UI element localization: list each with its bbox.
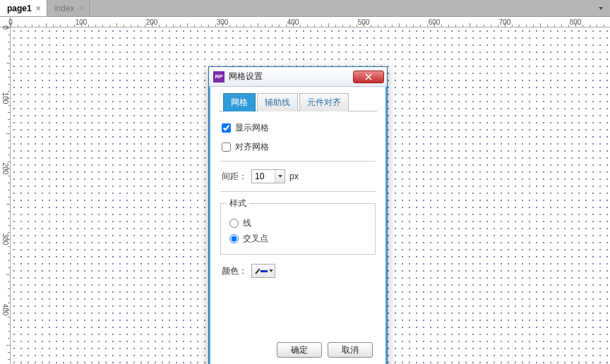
color-underline <box>261 270 268 272</box>
color-row: 颜色： <box>222 264 374 278</box>
color-label: 颜色： <box>222 265 247 277</box>
divider <box>220 161 376 162</box>
ruler-vertical[interactable]: 0100200300400 <box>0 28 11 364</box>
style-fieldset: 样式 线 交叉点 <box>220 198 376 255</box>
color-picker-button[interactable] <box>251 264 275 278</box>
file-tab-page1[interactable]: page1 × <box>0 0 47 16</box>
style-legend: 样式 <box>227 198 249 210</box>
file-tab-bar: page1 × index × <box>0 0 610 17</box>
spacing-row: 间距： px <box>222 169 374 183</box>
dialog-tabs: 网格 辅助线 元件对齐 <box>219 92 377 111</box>
dialog-titlebar[interactable]: RP 网格设置 <box>209 67 387 87</box>
style-cross-label: 交叉点 <box>243 233 268 245</box>
chevron-down-icon <box>269 269 273 272</box>
dialog-body: 网格 辅助线 元件对齐 显示网格 对齐网格 间距： px <box>209 87 387 364</box>
style-line-row: 线 <box>229 217 366 229</box>
workspace: 0100200300400500600700800 0100200300400 … <box>0 17 610 364</box>
tab-grid[interactable]: 网格 <box>223 93 256 111</box>
ok-button[interactable]: 确定 <box>277 342 322 358</box>
close-icon[interactable]: × <box>78 4 83 13</box>
grid-settings-dialog: RP 网格设置 网格 辅助线 元件对齐 显示网格 对齐网格 <box>208 66 388 364</box>
app-icon: RP <box>213 71 225 83</box>
spacing-label: 间距： <box>222 171 247 183</box>
chevron-down-icon <box>278 175 282 178</box>
file-tab-index[interactable]: index × <box>47 0 90 16</box>
style-line-label: 线 <box>243 217 251 229</box>
ruler-horizontal[interactable]: 0100200300400500600700800 <box>11 17 610 28</box>
close-icon <box>361 73 376 80</box>
divider <box>220 191 376 192</box>
dialog-footer: 确定 取消 <box>219 336 377 363</box>
show-grid-checkbox[interactable] <box>222 123 231 133</box>
show-grid-label: 显示网格 <box>235 122 269 134</box>
dialog-close-button[interactable] <box>353 71 384 83</box>
show-grid-row: 显示网格 <box>222 122 374 134</box>
pencil-icon <box>253 267 259 275</box>
file-tab-label: index <box>54 4 75 13</box>
dialog-title: 网格设置 <box>229 71 353 83</box>
spacing-dropdown-button[interactable] <box>275 170 285 183</box>
style-cross-row: 交叉点 <box>229 233 366 245</box>
snap-grid-label: 对齐网格 <box>235 141 269 153</box>
tab-overflow-dropdown[interactable] <box>594 0 607 17</box>
file-tab-label: page1 <box>7 4 32 13</box>
style-line-radio[interactable] <box>229 219 239 228</box>
close-icon[interactable]: × <box>36 4 41 13</box>
spacing-unit: px <box>289 171 299 181</box>
cancel-button[interactable]: 取消 <box>328 342 373 358</box>
snap-grid-row: 对齐网格 <box>222 141 374 153</box>
tab-snap[interactable]: 元件对齐 <box>299 93 349 111</box>
snap-grid-checkbox[interactable] <box>222 142 231 152</box>
tab-guides[interactable]: 辅助线 <box>257 93 298 111</box>
style-cross-radio[interactable] <box>229 234 239 243</box>
chevron-down-icon <box>599 7 603 10</box>
